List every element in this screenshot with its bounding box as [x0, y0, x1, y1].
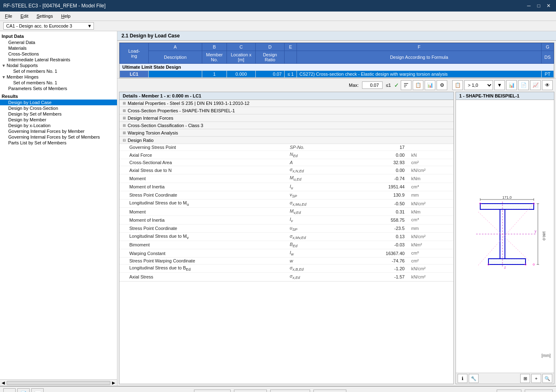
prop-value: -74.76 — [347, 257, 408, 264]
tree-nodal-supports[interactable]: ▼ Nodal Supports — [0, 63, 117, 68]
tree-intermediate-lateral-restraints[interactable]: Intermediate Lateral Restraints — [0, 57, 117, 63]
scroll-left-icon[interactable]: ◀ — [2, 380, 5, 385]
prop-unit: cm⁴ — [408, 183, 453, 191]
nat-annex-button[interactable]: Nat. Annex... — [270, 390, 310, 392]
shape-zoom-out[interactable]: 🔍 — [542, 374, 552, 383]
col-header-c: C — [227, 43, 256, 51]
group-design-forces-header[interactable]: ⊞ Design Internal Forces — [119, 115, 453, 122]
results-table: Load-ing A B C D E F G Description Membe… — [119, 43, 554, 78]
tree-governing-internal-forces-member[interactable]: Governing Internal Forces by Member — [0, 128, 117, 134]
prop-unit: cm² — [408, 159, 453, 166]
tree-set-members-nodal[interactable]: Set of members No. 1 — [0, 68, 117, 74]
shape-info-btn[interactable]: ℹ — [458, 374, 467, 383]
table-btn-4[interactable]: ⚙ — [437, 80, 447, 90]
details-data-table: Governing Stress Point SP-No. 17 Axial F… — [119, 144, 453, 281]
menu-help[interactable]: Help — [59, 13, 72, 19]
scroll-right-icon[interactable]: ▶ — [112, 380, 115, 385]
prop-value: -1.20 — [347, 264, 408, 273]
prop-unit: mm — [408, 224, 453, 232]
prop-unit — [408, 144, 453, 151]
tree-design-by-load-case[interactable]: Design by Load Case — [0, 100, 117, 105]
left-panel: Input Data General Data Materials Cross-… — [0, 31, 117, 386]
tree-design-by-x-location[interactable]: Design by x-Location — [0, 123, 117, 128]
group-material-header[interactable]: ⊞ Material Properties - Steel S 235 | DI… — [119, 100, 453, 107]
tree-set-members-hinges[interactable]: Set of members No. 1 — [0, 80, 117, 86]
details-content[interactable]: ⊞ Material Properties - Steel S 235 | DI… — [119, 100, 453, 384]
group-design-ratio-header[interactable]: ⊟ Design Ratio — [119, 137, 453, 144]
group-label: Design Ratio — [128, 138, 154, 143]
table-btn-2[interactable]: 📋 — [413, 80, 423, 90]
prop-value: 17 — [347, 144, 408, 151]
menu-edit[interactable]: Edit — [19, 13, 30, 19]
menu-settings[interactable]: Settings — [35, 13, 55, 19]
shape-zoom-fit[interactable]: ⊞ — [520, 374, 530, 383]
prop-name: Governing Stress Point — [119, 144, 287, 151]
tree-governing-internal-forces-set[interactable]: Governing Internal Forces by Set of Memb… — [0, 134, 117, 140]
prop-symbol: Mu,Ed — [287, 174, 347, 183]
table-btn-3[interactable]: 📊 — [425, 80, 435, 90]
col-sub-location: Location x [m] — [227, 51, 256, 64]
bottom-bar: 🖨 📄 📊 Calculation Details... Nat. Annex.… — [0, 386, 556, 392]
max-value: 0.07 — [362, 81, 383, 89]
group-warping-header[interactable]: ⊞ Warping Torsion Analysis — [119, 130, 453, 137]
bottom-right: OK Cancel — [497, 390, 553, 392]
max-check: ≤1 — [386, 83, 391, 88]
tree-parameters-sets[interactable]: Parameters Sets of Members — [0, 86, 117, 91]
window-controls[interactable]: ─ □ ✕ — [525, 2, 553, 10]
cancel-button[interactable]: Cancel — [525, 390, 553, 392]
minimize-button[interactable]: ─ — [525, 2, 533, 10]
horizontal-scrollbar[interactable] — [7, 381, 110, 385]
close-button[interactable]: ✕ — [544, 2, 553, 10]
design-case-dropdown[interactable]: CA1 - Design acc. to Eurocode 3 ▼ — [3, 22, 94, 30]
ok-button[interactable]: OK — [497, 390, 521, 392]
shape-zoom-in[interactable]: + — [531, 374, 541, 383]
prop-name: Moment of Inertia — [119, 183, 287, 191]
tree-item-label: Design by Set of Members — [8, 111, 62, 116]
tree-general-data[interactable]: General Data — [0, 39, 117, 45]
details-button[interactable]: Details... — [234, 390, 267, 392]
tree-member-hinges[interactable]: ▼ Member Hinges — [0, 74, 117, 80]
dropdown-arrow-icon: ▼ — [87, 23, 92, 28]
bottom-icon-btn-1[interactable]: 🖨 — [3, 388, 16, 392]
filter-dropdown[interactable]: > 1,0 All > 0,5 — [464, 80, 493, 90]
group-label: Cross-Section Classification - Class 3 — [128, 123, 203, 128]
right-panel: 2.1 Design by Load Case Load-ing A B C D… — [117, 31, 556, 386]
group-cross-section-header[interactable]: ⊞ Cross-Section Properties - SHAPE-THIN … — [119, 107, 453, 114]
detail-row: Warping Constant Iw 16367.40 cm⁶ — [119, 249, 453, 257]
tree-materials[interactable]: Materials — [0, 45, 117, 51]
group-classification-header[interactable]: ⊞ Cross-Section Classification - Class 3 — [119, 122, 453, 129]
prop-value: 558.75 — [347, 216, 408, 224]
group-material: ⊞ Material Properties - Steel S 235 | DI… — [119, 100, 453, 107]
filter-btn[interactable]: ▼ — [494, 80, 505, 90]
table-btn-1[interactable] — [401, 80, 411, 90]
prop-name: Longitudinal Stress due to BEd — [119, 264, 287, 273]
tree-design-by-set-of-members[interactable]: Design by Set of Members — [0, 111, 117, 117]
tree-cross-sections[interactable]: Cross-Sections — [0, 51, 117, 57]
tree-container[interactable]: Input Data General Data Materials Cross-… — [0, 31, 117, 379]
graphics-button[interactable]: Graphics — [313, 390, 346, 392]
table-export-pdf[interactable]: 📄 — [518, 80, 529, 90]
prop-unit: cm² — [408, 257, 453, 264]
bottom-icon-btn-3[interactable]: 📊 — [31, 388, 44, 392]
calculation-button[interactable]: Calculation — [194, 390, 230, 392]
prop-symbol: Iw — [287, 249, 347, 257]
max-label: Max: — [349, 83, 359, 88]
menu-file[interactable]: File — [3, 13, 14, 19]
table-row[interactable]: LC1 1 0.000 0.07 ≤ 1 CS272) Cross-sectio… — [120, 71, 554, 78]
prop-symbol: Mv,Ed — [287, 208, 347, 216]
mm-unit-label: [mm] — [542, 353, 551, 358]
table-btn-view[interactable]: 👁 — [542, 80, 553, 90]
tree-parts-list[interactable]: Parts List by Set of Members — [0, 140, 117, 146]
table-btn-graph[interactable]: 📈 — [530, 80, 541, 90]
tree-item-label: Set of members No. 1 — [13, 80, 57, 85]
title-bar: RF-STEEL EC3 - [004764_RFEM - Model File… — [0, 0, 556, 12]
tree-design-by-member[interactable]: Design by Member — [0, 117, 117, 123]
table-export-excel[interactable]: 📊 — [506, 80, 517, 90]
bottom-icon-btn-2[interactable]: 📄 — [17, 388, 30, 392]
table-view-buttons: 📋 > 1,0 All > 0,5 ▼ 📊 📄 📈 👁 — [452, 80, 553, 90]
table-view-btn-1[interactable]: 📋 — [452, 80, 463, 90]
prop-name: Axial Stress due to N — [119, 166, 287, 174]
maximize-button[interactable]: □ — [535, 2, 543, 10]
shape-tool-btn[interactable]: 🔧 — [469, 374, 479, 383]
tree-design-by-cross-section[interactable]: Design by Cross-Section — [0, 105, 117, 111]
